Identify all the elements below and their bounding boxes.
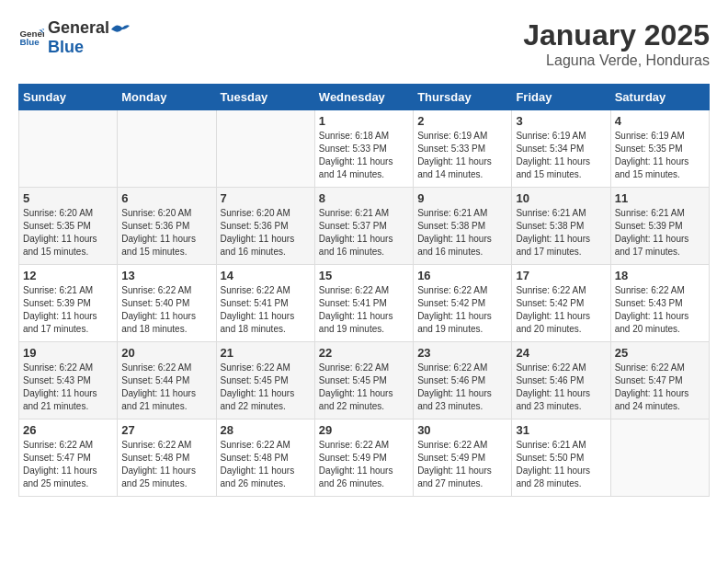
calendar-cell: 21Sunrise: 6:22 AM Sunset: 5:45 PM Dayli… <box>216 342 314 419</box>
day-info: Sunrise: 6:22 AM Sunset: 5:49 PM Dayligh… <box>417 439 507 490</box>
week-row-5: 26Sunrise: 6:22 AM Sunset: 5:47 PM Dayli… <box>19 419 710 497</box>
weekday-header-wednesday: Wednesday <box>314 85 413 110</box>
calendar-cell <box>118 110 216 188</box>
calendar-cell: 4Sunrise: 6:19 AM Sunset: 5:35 PM Daylig… <box>610 110 709 188</box>
weekday-header-monday: Monday <box>118 85 216 110</box>
week-row-2: 5Sunrise: 6:20 AM Sunset: 5:35 PM Daylig… <box>19 188 710 265</box>
logo-bird-icon <box>109 20 130 37</box>
weekday-header-friday: Friday <box>512 85 610 110</box>
weekday-header-thursday: Thursday <box>414 85 512 110</box>
calendar-cell: 31Sunrise: 6:21 AM Sunset: 5:50 PM Dayli… <box>512 419 610 497</box>
day-info: Sunrise: 6:21 AM Sunset: 5:38 PM Dayligh… <box>417 207 507 259</box>
day-info: Sunrise: 6:22 AM Sunset: 5:42 PM Dayligh… <box>417 284 507 336</box>
day-number: 4 <box>615 114 705 128</box>
calendar-cell: 1Sunrise: 6:18 AM Sunset: 5:33 PM Daylig… <box>314 110 413 188</box>
week-row-1: 1Sunrise: 6:18 AM Sunset: 5:33 PM Daylig… <box>19 110 710 188</box>
calendar-cell: 10Sunrise: 6:21 AM Sunset: 5:38 PM Dayli… <box>512 188 610 265</box>
day-info: Sunrise: 6:22 AM Sunset: 5:46 PM Dayligh… <box>417 362 507 413</box>
calendar-cell: 22Sunrise: 6:22 AM Sunset: 5:45 PM Dayli… <box>314 342 413 419</box>
day-number: 30 <box>417 423 507 437</box>
day-info: Sunrise: 6:22 AM Sunset: 5:43 PM Dayligh… <box>23 362 113 413</box>
calendar-cell: 12Sunrise: 6:21 AM Sunset: 5:39 PM Dayli… <box>19 265 118 342</box>
day-number: 1 <box>319 114 409 128</box>
day-number: 19 <box>23 346 113 360</box>
day-info: Sunrise: 6:18 AM Sunset: 5:33 PM Dayligh… <box>319 130 409 181</box>
title-area: January 2025 Laguna Verde, Honduras <box>523 18 710 69</box>
day-number: 10 <box>516 191 606 205</box>
day-number: 15 <box>319 269 409 282</box>
day-number: 6 <box>121 191 211 205</box>
day-number: 25 <box>615 346 705 360</box>
day-info: Sunrise: 6:22 AM Sunset: 5:47 PM Dayligh… <box>23 439 113 490</box>
day-info: Sunrise: 6:21 AM Sunset: 5:38 PM Dayligh… <box>516 207 606 259</box>
day-number: 2 <box>417 114 507 128</box>
day-number: 27 <box>121 423 211 437</box>
calendar-cell: 14Sunrise: 6:22 AM Sunset: 5:41 PM Dayli… <box>216 265 314 342</box>
day-number: 28 <box>221 423 311 437</box>
day-number: 18 <box>615 269 705 282</box>
day-info: Sunrise: 6:22 AM Sunset: 5:48 PM Dayligh… <box>121 439 211 490</box>
logo-text-general: General <box>48 18 109 38</box>
week-row-3: 12Sunrise: 6:21 AM Sunset: 5:39 PM Dayli… <box>19 265 710 342</box>
logo-text-blue: Blue <box>48 38 130 57</box>
day-info: Sunrise: 6:22 AM Sunset: 5:41 PM Dayligh… <box>319 284 409 336</box>
day-number: 22 <box>319 346 409 360</box>
calendar-cell: 19Sunrise: 6:22 AM Sunset: 5:43 PM Dayli… <box>19 342 118 419</box>
day-info: Sunrise: 6:22 AM Sunset: 5:48 PM Dayligh… <box>221 439 311 490</box>
day-number: 7 <box>221 191 311 205</box>
calendar-cell: 6Sunrise: 6:20 AM Sunset: 5:36 PM Daylig… <box>118 188 216 265</box>
day-info: Sunrise: 6:21 AM Sunset: 5:37 PM Dayligh… <box>319 207 409 259</box>
day-number: 29 <box>319 423 409 437</box>
week-row-4: 19Sunrise: 6:22 AM Sunset: 5:43 PM Dayli… <box>19 342 710 419</box>
day-number: 26 <box>23 423 113 437</box>
calendar-cell: 24Sunrise: 6:22 AM Sunset: 5:46 PM Dayli… <box>512 342 610 419</box>
day-number: 8 <box>319 191 409 205</box>
calendar-cell: 11Sunrise: 6:21 AM Sunset: 5:39 PM Dayli… <box>610 188 709 265</box>
day-info: Sunrise: 6:22 AM Sunset: 5:46 PM Dayligh… <box>516 362 606 413</box>
calendar-cell: 2Sunrise: 6:19 AM Sunset: 5:33 PM Daylig… <box>414 110 512 188</box>
day-info: Sunrise: 6:22 AM Sunset: 5:42 PM Dayligh… <box>516 284 606 336</box>
logo-icon: General Blue <box>18 25 44 51</box>
calendar-cell: 29Sunrise: 6:22 AM Sunset: 5:49 PM Dayli… <box>314 419 413 497</box>
day-number: 11 <box>615 191 705 205</box>
calendar-cell: 28Sunrise: 6:22 AM Sunset: 5:48 PM Dayli… <box>216 419 314 497</box>
day-info: Sunrise: 6:22 AM Sunset: 5:40 PM Dayligh… <box>121 284 211 336</box>
calendar-cell: 3Sunrise: 6:19 AM Sunset: 5:34 PM Daylig… <box>512 110 610 188</box>
weekday-header-tuesday: Tuesday <box>216 85 314 110</box>
calendar-cell: 16Sunrise: 6:22 AM Sunset: 5:42 PM Dayli… <box>414 265 512 342</box>
day-info: Sunrise: 6:20 AM Sunset: 5:35 PM Dayligh… <box>23 207 113 259</box>
day-info: Sunrise: 6:21 AM Sunset: 5:39 PM Dayligh… <box>615 207 705 259</box>
day-info: Sunrise: 6:19 AM Sunset: 5:33 PM Dayligh… <box>417 130 507 181</box>
calendar-cell: 30Sunrise: 6:22 AM Sunset: 5:49 PM Dayli… <box>414 419 512 497</box>
calendar-table: SundayMondayTuesdayWednesdayThursdayFrid… <box>18 84 710 497</box>
day-info: Sunrise: 6:22 AM Sunset: 5:43 PM Dayligh… <box>615 284 705 336</box>
logo: General Blue General Blue <box>18 18 130 57</box>
calendar-cell <box>216 110 314 188</box>
calendar-cell: 15Sunrise: 6:22 AM Sunset: 5:41 PM Dayli… <box>314 265 413 342</box>
day-info: Sunrise: 6:20 AM Sunset: 5:36 PM Dayligh… <box>221 207 311 259</box>
day-info: Sunrise: 6:22 AM Sunset: 5:47 PM Dayligh… <box>615 362 705 413</box>
day-number: 13 <box>121 269 211 282</box>
day-number: 31 <box>516 423 606 437</box>
day-number: 16 <box>417 269 507 282</box>
calendar-cell: 23Sunrise: 6:22 AM Sunset: 5:46 PM Dayli… <box>414 342 512 419</box>
day-number: 20 <box>121 346 211 360</box>
day-number: 24 <box>516 346 606 360</box>
calendar-cell: 5Sunrise: 6:20 AM Sunset: 5:35 PM Daylig… <box>19 188 118 265</box>
day-info: Sunrise: 6:22 AM Sunset: 5:45 PM Dayligh… <box>319 362 409 413</box>
weekday-header-row: SundayMondayTuesdayWednesdayThursdayFrid… <box>19 85 710 110</box>
calendar-cell: 27Sunrise: 6:22 AM Sunset: 5:48 PM Dayli… <box>118 419 216 497</box>
weekday-header-saturday: Saturday <box>610 85 709 110</box>
calendar-cell: 9Sunrise: 6:21 AM Sunset: 5:38 PM Daylig… <box>414 188 512 265</box>
day-info: Sunrise: 6:22 AM Sunset: 5:49 PM Dayligh… <box>319 439 409 490</box>
day-info: Sunrise: 6:19 AM Sunset: 5:35 PM Dayligh… <box>615 130 705 181</box>
day-number: 21 <box>221 346 311 360</box>
day-number: 9 <box>417 191 507 205</box>
calendar-cell: 7Sunrise: 6:20 AM Sunset: 5:36 PM Daylig… <box>216 188 314 265</box>
day-number: 23 <box>417 346 507 360</box>
calendar-cell: 20Sunrise: 6:22 AM Sunset: 5:44 PM Dayli… <box>118 342 216 419</box>
calendar-cell: 25Sunrise: 6:22 AM Sunset: 5:47 PM Dayli… <box>610 342 709 419</box>
day-info: Sunrise: 6:21 AM Sunset: 5:39 PM Dayligh… <box>23 284 113 336</box>
day-info: Sunrise: 6:19 AM Sunset: 5:34 PM Dayligh… <box>516 130 606 181</box>
location-title: Laguna Verde, Honduras <box>523 52 710 69</box>
